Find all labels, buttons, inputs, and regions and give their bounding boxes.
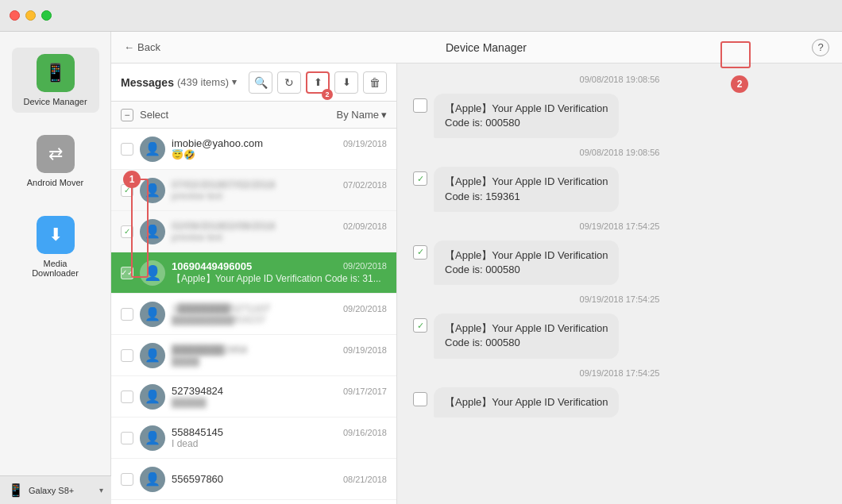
message-name-1: 07/02/201807/02/2018 <box>172 179 275 190</box>
back-label: Back <box>137 41 160 53</box>
message-name-8: 556597860 <box>172 473 223 485</box>
sort-dropdown[interactable]: By Name ▾ <box>337 109 387 121</box>
message-preview-3: 【Apple】Your Apple ID Verification Code i… <box>172 272 387 286</box>
chat-check-4[interactable] <box>413 392 427 406</box>
chat-bubble-1: 【Apple】Your Apple ID VerificationCode is… <box>434 167 619 211</box>
chat-message-row-2: 【Apple】Your Apple ID VerificationCode is… <box>413 240 826 285</box>
message-name-4: 1▓▓▓▓▓▓▓5271107 <box>172 302 270 314</box>
search-button[interactable]: 🔍 <box>249 71 272 94</box>
chat-timestamp-1: 09/08/2018 19:08:56 <box>413 148 826 157</box>
message-name-5: ▓▓▓▓▓▓▓2958 <box>172 344 247 356</box>
minimize-button[interactable] <box>25 10 36 21</box>
device-manager-icon: 📱 <box>37 54 75 92</box>
message-name-2: 02/09/201802/09/2018 <box>172 220 275 232</box>
messages-title-text: Messages <box>121 76 174 89</box>
message-date-6: 09/17/2017 <box>343 387 387 396</box>
chat-message-row-3: 【Apple】Your Apple ID VerificationCode is… <box>413 314 826 358</box>
help-icon: ? <box>817 41 823 53</box>
sidebar-item-media-downloader[interactable]: ⬇ Media Downloader <box>12 210 99 284</box>
message-date-8: 08/21/2018 <box>343 475 387 484</box>
chat-panel: 09/08/2018 19:08:56 【Apple】Your Apple ID… <box>397 63 842 504</box>
device-selector[interactable]: 📱 Galaxy S8+ ▾ <box>0 475 111 504</box>
message-item-0[interactable]: 👤 imobie@yahoo.com 09/19/2018 😇🤣 <box>111 129 396 170</box>
back-arrow-icon: ← <box>124 41 134 53</box>
chat-check-2[interactable] <box>413 245 427 260</box>
annotation-2: 2 <box>731 75 748 93</box>
close-button[interactable] <box>10 10 20 21</box>
sidebar-item-android-mover[interactable]: ⇄ Android Mover <box>12 129 99 194</box>
message-item-6[interactable]: 👤 527394824 09/17/2017 ▓▓▓▓▓ <box>111 376 396 417</box>
chat-check-0[interactable] <box>413 98 427 113</box>
messages-count: (439 items) <box>177 76 229 88</box>
message-checkbox-5[interactable] <box>121 349 133 362</box>
chat-message-row-1: 【Apple】Your Apple ID VerificationCode is… <box>413 167 826 211</box>
help-button[interactable]: ? <box>812 39 829 56</box>
message-content-3: 10690449496005 09/20/2018 【Apple】Your Ap… <box>172 260 387 286</box>
titlebar <box>0 0 842 32</box>
message-top-6: 527394824 09/17/2017 <box>172 385 387 397</box>
message-name-6: 527394824 <box>172 385 223 397</box>
message-date-4: 09/20/2018 <box>343 304 387 314</box>
message-checkbox-7[interactable] <box>121 432 133 444</box>
import-button[interactable]: ⬇ <box>334 71 358 94</box>
export-badge: 2 <box>322 89 333 100</box>
message-checkbox-2[interactable] <box>121 225 133 238</box>
message-top-4: 1▓▓▓▓▓▓▓5271107 09/20/2018 <box>172 302 387 314</box>
toolbar-actions: 🔍 ↻ ⬆ 2 ⬇ 🗑 <box>249 71 387 94</box>
message-preview-4: ▓▓▓▓▓▓▓▓▓916237 <box>172 314 387 325</box>
message-item-1[interactable]: 👤 07/02/201807/02/2018 07/02/2018 previe… <box>111 170 396 211</box>
chat-check-1[interactable] <box>413 171 427 186</box>
messages-area: Messages (439 items) ▾ 🔍 ↻ ⬆ 2 <box>111 63 842 504</box>
chat-bubble-4: 【Apple】Your Apple ID Verification <box>434 387 619 417</box>
main-content: ← Back Device Manager ? Messages (439 it… <box>111 32 842 504</box>
sidebar-item-media-downloader-label: Media Downloader <box>20 259 91 278</box>
message-content-8: 556597860 08/21/2018 <box>172 473 387 485</box>
message-date-0: 09/19/2018 <box>343 139 387 148</box>
message-date-1: 07/02/2018 <box>343 180 387 190</box>
message-checkbox-8[interactable] <box>121 473 133 486</box>
message-name-3: 10690449496005 <box>172 260 252 272</box>
sidebar: 📱 Device Manager ⇄ Android Mover ⬇ Media… <box>0 32 111 504</box>
messages-title: Messages (439 items) ▾ <box>121 76 237 89</box>
message-item-7[interactable]: 👤 558845145 09/16/2018 I dead <box>111 417 396 459</box>
message-avatar-1: 👤 <box>140 178 165 203</box>
refresh-button[interactable]: ↻ <box>277 71 301 94</box>
message-item-5[interactable]: 👤 ▓▓▓▓▓▓▓2958 09/19/2018 ▓▓▓▓ <box>111 335 396 376</box>
message-item-8[interactable]: 👤 556597860 08/21/2018 <box>111 459 396 500</box>
message-name-7: 558845145 <box>172 426 223 438</box>
message-avatar-3: 👤 <box>140 260 165 286</box>
message-top-0: imobie@yahoo.com 09/19/2018 <box>172 137 387 149</box>
message-content-7: 558845145 09/16/2018 I dead <box>172 426 387 449</box>
chat-bubble-2: 【Apple】Your Apple ID VerificationCode is… <box>434 240 619 285</box>
chat-check-3[interactable] <box>413 318 427 333</box>
message-top-7: 558845145 09/16/2018 <box>172 426 387 438</box>
messages-dropdown-icon: ▾ <box>232 77 237 87</box>
message-item-2[interactable]: 👤 02/09/201802/09/2018 02/09/2018 previe… <box>111 211 396 252</box>
message-checkbox-0[interactable] <box>121 143 133 156</box>
message-checkbox-6[interactable] <box>121 391 133 403</box>
message-item-3[interactable]: ✓ 👤 10690449496005 09/20/2018 【Apple】You… <box>111 252 396 294</box>
select-left: − Select <box>121 109 168 121</box>
select-minus-button[interactable]: − <box>121 109 133 121</box>
message-top-8: 556597860 08/21/2018 <box>172 473 387 485</box>
content-header: ← Back Device Manager ? <box>111 32 842 63</box>
message-top-3: 10690449496005 09/20/2018 <box>172 260 387 272</box>
message-preview-2: preview text <box>172 232 387 243</box>
back-button[interactable]: ← Back <box>124 41 160 53</box>
message-checkbox-4[interactable] <box>121 308 133 321</box>
delete-button[interactable]: 🗑 <box>363 71 387 94</box>
message-content-5: ▓▓▓▓▓▓▓2958 09/19/2018 ▓▓▓▓ <box>172 344 387 367</box>
message-avatar-0: 👤 <box>140 137 165 162</box>
message-preview-5: ▓▓▓▓ <box>172 356 387 367</box>
export-button-wrap: ⬆ 2 <box>306 71 330 94</box>
message-checkbox-3[interactable]: ✓ <box>121 267 133 279</box>
sort-label: By Name <box>337 109 379 121</box>
message-item-4[interactable]: 👤 1▓▓▓▓▓▓▓5271107 09/20/2018 ▓▓▓▓▓▓▓▓▓91… <box>111 294 396 335</box>
chat-timestamp-0: 09/08/2018 19:08:56 <box>413 75 826 84</box>
maximize-button[interactable] <box>41 10 52 21</box>
annotation-1: 1 <box>123 171 141 188</box>
message-avatar-4: 👤 <box>140 302 165 327</box>
export-icon: ⬆ <box>314 76 323 88</box>
sidebar-item-device-manager[interactable]: 📱 Device Manager <box>12 48 99 113</box>
select-bar: − Select By Name ▾ <box>111 102 396 129</box>
